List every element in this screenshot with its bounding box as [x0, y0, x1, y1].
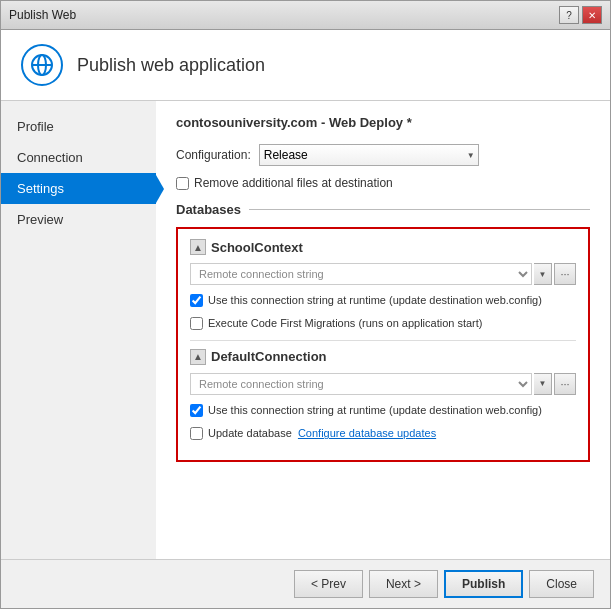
- school-context-header: ▲ SchoolContext: [190, 239, 576, 255]
- databases-label: Databases: [176, 202, 241, 217]
- default-connection-input-row: Remote connection string ▼ ···: [190, 373, 576, 395]
- default-connection-use-checkbox-row: Use this connection string at runtime (u…: [190, 403, 576, 418]
- default-connection-header: ▲ DefaultConnection: [190, 349, 576, 365]
- close-window-button[interactable]: ✕: [582, 6, 602, 24]
- school-context-migrations-label: Execute Code First Migrations (runs on a…: [208, 316, 483, 331]
- default-connection-dropdown-btn[interactable]: ▼: [534, 373, 552, 395]
- help-button[interactable]: ?: [559, 6, 579, 24]
- databases-box: ▲ SchoolContext Remote connection string…: [176, 227, 590, 462]
- db-separator: [190, 340, 576, 341]
- sidebar-item-settings[interactable]: Settings: [1, 173, 156, 204]
- prev-button[interactable]: < Prev: [294, 570, 363, 598]
- content-title: contosouniversity.com - Web Deploy *: [176, 115, 590, 130]
- configuration-label: Configuration:: [176, 148, 251, 162]
- next-button[interactable]: Next >: [369, 570, 438, 598]
- school-context-dots-btn[interactable]: ···: [554, 263, 576, 285]
- configure-db-link[interactable]: Configure database updates: [298, 427, 436, 439]
- remove-files-checkbox[interactable]: [176, 177, 189, 190]
- window-title: Publish Web: [9, 8, 76, 22]
- title-bar-buttons: ? ✕: [559, 6, 602, 24]
- close-button[interactable]: Close: [529, 570, 594, 598]
- school-context-use-label: Use this connection string at runtime (u…: [208, 293, 542, 308]
- school-context-title: SchoolContext: [211, 240, 303, 255]
- content-area: contosouniversity.com - Web Deploy * Con…: [156, 101, 610, 559]
- school-context-use-checkbox[interactable]: [190, 294, 203, 307]
- sidebar-item-preview[interactable]: Preview: [1, 204, 156, 235]
- default-connection-select[interactable]: Remote connection string: [190, 373, 532, 395]
- default-connection-use-label: Use this connection string at runtime (u…: [208, 403, 542, 418]
- remove-files-label: Remove additional files at destination: [194, 176, 393, 190]
- publish-web-window: Publish Web ? ✕ Publish web application …: [0, 0, 611, 609]
- sidebar-item-connection[interactable]: Connection: [1, 142, 156, 173]
- databases-divider: Databases: [176, 202, 590, 217]
- school-context-dropdown-btn[interactable]: ▼: [534, 263, 552, 285]
- school-context-migrations-checkbox[interactable]: [190, 317, 203, 330]
- school-context-migrations-checkbox-row: Execute Code First Migrations (runs on a…: [190, 316, 576, 331]
- default-connection-collapse[interactable]: ▲: [190, 349, 206, 365]
- configuration-select-wrapper: Release: [259, 144, 479, 166]
- default-connection-update-checkbox[interactable]: [190, 427, 203, 440]
- sidebar: Profile Connection Settings Preview: [1, 101, 156, 559]
- databases-line: [249, 209, 590, 210]
- title-bar: Publish Web ? ✕: [1, 1, 610, 30]
- header-title: Publish web application: [77, 55, 265, 76]
- school-context-connection-select[interactable]: Remote connection string: [190, 263, 532, 285]
- footer: < Prev Next > Publish Close: [1, 559, 610, 608]
- header-icon: [21, 44, 63, 86]
- default-connection-dots-btn[interactable]: ···: [554, 373, 576, 395]
- header-section: Publish web application: [1, 30, 610, 101]
- publish-button[interactable]: Publish: [444, 570, 523, 598]
- school-context-use-checkbox-row: Use this connection string at runtime (u…: [190, 293, 576, 308]
- default-connection-title: DefaultConnection: [211, 349, 327, 364]
- school-context-input-row: Remote connection string ▼ ···: [190, 263, 576, 285]
- configuration-select[interactable]: Release: [259, 144, 479, 166]
- sidebar-item-profile[interactable]: Profile: [1, 111, 156, 142]
- remove-files-row: Remove additional files at destination: [176, 176, 590, 190]
- default-connection-use-checkbox[interactable]: [190, 404, 203, 417]
- default-connection-update-label: Update database Configure database updat…: [208, 426, 436, 441]
- school-context-collapse[interactable]: ▲: [190, 239, 206, 255]
- main-content: Profile Connection Settings Preview cont…: [1, 101, 610, 559]
- globe-icon: [30, 53, 54, 77]
- configuration-row: Configuration: Release: [176, 144, 590, 166]
- default-connection-update-row: Update database Configure database updat…: [190, 426, 576, 441]
